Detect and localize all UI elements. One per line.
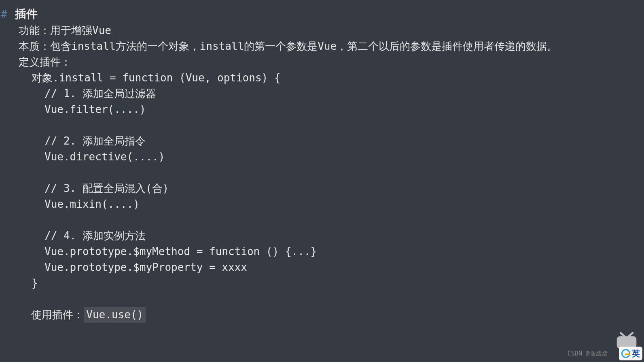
line-function: 功能：用于增强Vue — [0, 23, 644, 38]
code-comment-4: // 4. 添加实例方法 — [0, 228, 644, 244]
line-define-plugin: 定义插件： — [0, 54, 644, 70]
logo-circle-icon — [621, 349, 630, 358]
line-use-plugin: 使用插件：Vue.use() — [0, 291, 644, 323]
code-comment-3: // 3. 配置全局混入(合) — [0, 181, 644, 196]
code-line-mymethod: Vue.prototype.$myMethod = function () {.… — [0, 244, 644, 260]
code-comment-2: // 2. 添加全局指令 — [0, 133, 644, 149]
code-comment-1: // 1. 添加全局过滤器 — [0, 86, 644, 102]
csdn-watermark: CSDN @临熠熠 — [568, 349, 608, 358]
line-install-signature: 对象.install = function (Vue, options) { — [0, 70, 644, 86]
blank-line — [0, 212, 644, 228]
code-line-myproperty: Vue.prototype.$myProperty = xxxx — [0, 260, 644, 275]
code-line-filter: Vue.filter(....) — [0, 102, 644, 117]
doc-heading-line: # 插件 — [0, 6, 644, 23]
use-plugin-label: 使用插件： — [31, 309, 84, 321]
markdown-hash-icon: # — [0, 8, 9, 20]
use-plugin-code: Vue.use() — [84, 307, 146, 323]
logo-text: 英 — [632, 347, 640, 360]
corner-logo: 英 — [619, 347, 642, 360]
code-line-mixin: Vue.mixin(....) — [0, 196, 644, 212]
line-essence: 本质：包含install方法的一个对象，install的第一个参数是Vue，第二… — [0, 38, 644, 54]
blank-line — [0, 117, 644, 133]
code-close-brace: } — [0, 275, 644, 291]
heading-text: 插件 — [15, 7, 38, 21]
code-line-directive: Vue.directive(....) — [0, 149, 644, 165]
blank-line — [0, 165, 644, 181]
